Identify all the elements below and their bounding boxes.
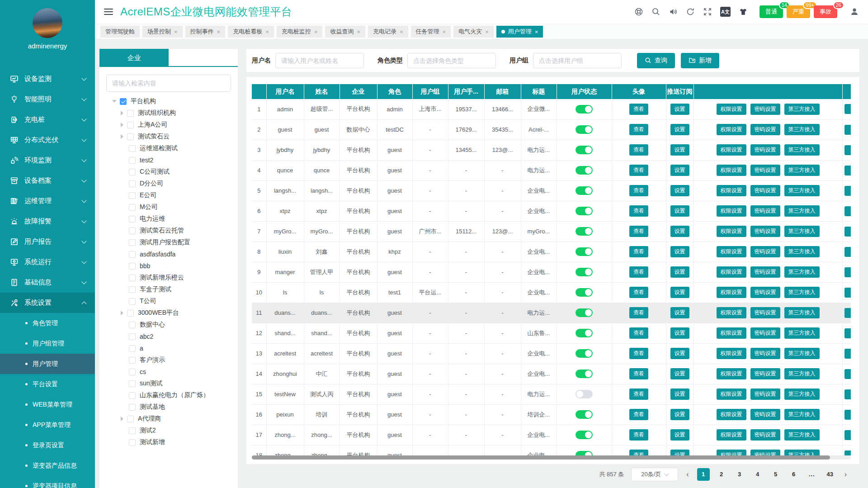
permission-button[interactable]: 权限设置: [717, 165, 746, 176]
tree-node[interactable]: C公司测试: [99, 166, 238, 178]
tree-node[interactable]: 运维巡检测试: [99, 142, 238, 154]
permission-button[interactable]: 权限设置: [717, 450, 746, 455]
thirdparty-button[interactable]: 第三方接入: [784, 389, 820, 400]
search-button[interactable]: 查询: [637, 53, 675, 68]
table-row[interactable]: 11duans...duans...平台机构guest---电力运...查看设置…: [252, 303, 851, 323]
view-button[interactable]: 查看: [629, 409, 648, 420]
clipped-button[interactable]: [844, 410, 851, 420]
status-toggle[interactable]: [576, 207, 593, 215]
set-button[interactable]: 设置: [670, 205, 689, 217]
tab-enterprise[interactable]: 企业: [99, 49, 169, 67]
checkbox[interactable]: [129, 169, 136, 175]
page-number-5[interactable]: 5: [769, 468, 782, 481]
page-number-1[interactable]: 1: [697, 468, 710, 481]
tree-node[interactable]: 测试新增: [99, 436, 238, 448]
close-icon[interactable]: ×: [357, 28, 360, 35]
checkbox[interactable]: [129, 227, 136, 234]
checkbox[interactable]: [129, 369, 136, 375]
checkbox[interactable]: [129, 333, 136, 340]
permission-button[interactable]: 权限设置: [717, 226, 746, 237]
submenu-item[interactable]: 逆变器项目信息: [0, 476, 95, 488]
tab-0[interactable]: 管理驾驶舱: [100, 26, 140, 38]
password-button[interactable]: 密码设置: [750, 409, 780, 420]
tab-3[interactable]: 充电桩看板×: [228, 26, 274, 38]
permission-button[interactable]: 权限设置: [717, 287, 746, 298]
clipped-button[interactable]: [844, 308, 851, 318]
password-button[interactable]: 密码设置: [750, 368, 780, 379]
tree-node[interactable]: 山东赢伦电力（原广烁）: [99, 389, 238, 401]
status-toggle[interactable]: [576, 247, 593, 256]
checkbox[interactable]: [129, 275, 136, 281]
close-icon[interactable]: ×: [217, 28, 221, 35]
checkbox[interactable]: [127, 133, 134, 140]
view-button[interactable]: 查看: [629, 307, 648, 318]
close-icon[interactable]: ×: [535, 28, 538, 35]
avatar[interactable]: [33, 8, 62, 38]
checkbox[interactable]: [129, 404, 136, 411]
thirdparty-button[interactable]: 第三方接入: [784, 307, 820, 318]
add-button[interactable]: 新增: [681, 53, 719, 68]
sound-icon[interactable]: [669, 7, 678, 16]
checkbox[interactable]: [120, 98, 127, 105]
checkbox[interactable]: [127, 122, 134, 128]
tree-node[interactable]: 客户演示: [99, 354, 238, 366]
view-button[interactable]: 查看: [629, 389, 648, 400]
sidebar-item-basic-info[interactable]: 基础信息: [0, 272, 95, 293]
checkbox[interactable]: [129, 392, 136, 399]
thirdparty-button[interactable]: 第三方接入: [784, 287, 820, 298]
set-button[interactable]: 设置: [670, 429, 689, 441]
tree-node[interactable]: 3000WEB平台: [99, 307, 238, 319]
status-toggle[interactable]: [576, 410, 593, 419]
permission-button[interactable]: 权限设置: [717, 185, 746, 196]
checkbox[interactable]: [129, 251, 136, 258]
tree-node[interactable]: 上海A公司: [99, 119, 238, 131]
view-button[interactable]: 查看: [629, 246, 648, 257]
thirdparty-button[interactable]: 第三方接入: [784, 429, 820, 441]
tree-node[interactable]: 测试萤石云托管: [99, 225, 238, 237]
tab-5[interactable]: 收益查询×: [325, 26, 365, 38]
thirdparty-button[interactable]: 第三方接入: [784, 450, 820, 455]
caret-right-icon[interactable]: [121, 134, 123, 139]
status-toggle[interactable]: [576, 125, 593, 134]
password-button[interactable]: 密码设置: [750, 287, 780, 298]
permission-button[interactable]: 权限设置: [717, 124, 746, 135]
checkbox[interactable]: [129, 180, 136, 187]
tree-node[interactable]: bbb: [99, 260, 238, 272]
close-icon[interactable]: ×: [265, 28, 269, 35]
tree-node[interactable]: D分公司: [99, 178, 238, 190]
thirdparty-button[interactable]: 第三方接入: [784, 226, 820, 237]
sidebar-item-env-monitor[interactable]: 环境监测: [0, 150, 95, 171]
password-button[interactable]: 密码设置: [750, 205, 780, 217]
thirdparty-button[interactable]: 第三方接入: [784, 348, 820, 359]
thirdparty-button[interactable]: 第三方接入: [784, 327, 820, 339]
thirdparty-button[interactable]: 第三方接入: [784, 124, 820, 135]
caret-right-icon[interactable]: [121, 123, 123, 127]
view-button[interactable]: 查看: [629, 287, 648, 298]
password-button[interactable]: 密码设置: [750, 327, 780, 339]
page-number-4[interactable]: 4: [751, 468, 764, 481]
password-button[interactable]: 密码设置: [750, 307, 780, 318]
tree-node-root[interactable]: 平台机构: [99, 95, 238, 107]
clipped-button[interactable]: [844, 430, 851, 440]
tree-node[interactable]: T公司: [99, 295, 238, 307]
checkbox[interactable]: [129, 345, 136, 352]
tree-node[interactable]: 测试基地: [99, 401, 238, 413]
tree-node[interactable]: 数据中心: [99, 319, 238, 331]
submenu-item[interactable]: 用户组管理: [0, 333, 95, 354]
status-toggle[interactable]: [576, 146, 593, 154]
table-row[interactable]: 2guestguest数据中心testDC-17629...35435...Ac…: [252, 119, 851, 140]
refresh-icon[interactable]: [686, 7, 695, 16]
set-button[interactable]: 设置: [670, 368, 689, 379]
clipped-button[interactable]: [844, 125, 851, 135]
tree-node[interactable]: 车盒子测试: [99, 284, 238, 295]
status-toggle[interactable]: [576, 431, 593, 439]
tree-node[interactable]: sun测试: [99, 378, 238, 389]
clipped-button[interactable]: [844, 369, 851, 379]
status-toggle[interactable]: [576, 105, 593, 114]
checkbox[interactable]: [129, 286, 136, 293]
set-button[interactable]: 设置: [670, 246, 689, 257]
view-button[interactable]: 查看: [629, 450, 648, 455]
table-row[interactable]: 14zhonghui中汇平台机构guest---企业电...查看设置权限设置密码…: [252, 364, 851, 384]
submenu-item[interactable]: APP菜单管理: [0, 415, 95, 435]
alarm-button-事故[interactable]: 事故26: [814, 5, 837, 18]
